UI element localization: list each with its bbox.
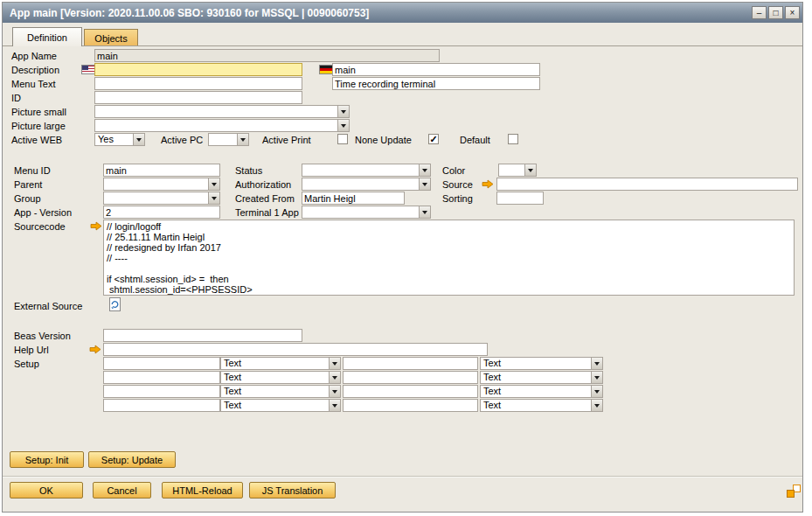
dropdown-arrow-icon[interactable] bbox=[591, 400, 602, 411]
setup-type2-dropdown[interactable]: Text bbox=[480, 399, 603, 412]
dropdown-arrow-icon[interactable] bbox=[329, 372, 340, 383]
link-arrow-icon[interactable] bbox=[89, 345, 101, 354]
setup-value2-input[interactable] bbox=[343, 357, 478, 370]
dropdown-arrow-icon[interactable] bbox=[208, 192, 219, 204]
setup-value1-input[interactable] bbox=[103, 357, 220, 370]
dropdown-arrow-icon[interactable] bbox=[591, 386, 602, 397]
setup-type-value: Text bbox=[224, 386, 241, 397]
dropdown-arrow-icon[interactable] bbox=[329, 358, 340, 369]
triangle-icon bbox=[212, 183, 217, 186]
menu-text-label: Menu Text bbox=[11, 79, 56, 90]
setup-type1-dropdown[interactable]: Text bbox=[220, 371, 341, 384]
close-button[interactable]: × bbox=[785, 6, 800, 19]
source-input[interactable] bbox=[496, 178, 798, 191]
html-reload-button[interactable]: HTML-Reload bbox=[162, 482, 243, 499]
menu-id-input[interactable] bbox=[103, 164, 220, 177]
dropdown-arrow-icon[interactable] bbox=[133, 134, 144, 145]
setup-value1-input[interactable] bbox=[103, 371, 220, 384]
german-flag-icon bbox=[319, 65, 333, 74]
dropdown-arrow-icon[interactable] bbox=[419, 164, 430, 176]
tab-definition[interactable]: Definition bbox=[12, 27, 82, 46]
setup-type1-dropdown[interactable]: Text bbox=[220, 399, 341, 412]
group-label: Group bbox=[14, 193, 41, 205]
dropdown-arrow-icon[interactable] bbox=[329, 386, 340, 397]
beas-version-input[interactable] bbox=[103, 329, 302, 342]
window-controls: – □ × bbox=[752, 6, 800, 19]
setup-value1-input[interactable] bbox=[103, 385, 220, 398]
setup-init-button[interactable]: Setup: Init bbox=[10, 451, 84, 468]
id-input[interactable] bbox=[94, 91, 302, 104]
color-dropdown[interactable] bbox=[498, 164, 537, 177]
description-en-input[interactable] bbox=[94, 63, 302, 76]
setup-type2-dropdown[interactable]: Text bbox=[480, 385, 603, 398]
js-translation-button[interactable]: JS Translation bbox=[249, 482, 336, 499]
ok-button[interactable]: OK bbox=[10, 482, 83, 499]
menu-text-de-input[interactable] bbox=[332, 77, 540, 90]
sourcecode-editor[interactable]: // login/logoff // 25.11.11 Martin Heigl… bbox=[103, 220, 795, 296]
resize-grip-icon[interactable] bbox=[787, 485, 801, 499]
link-arrow-icon[interactable] bbox=[90, 221, 102, 231]
none-update-label: None Update bbox=[355, 135, 412, 146]
setup-value2-input[interactable] bbox=[343, 399, 478, 412]
maximize-button[interactable]: □ bbox=[768, 6, 783, 19]
setup-value2-input[interactable] bbox=[343, 385, 478, 398]
help-url-input[interactable] bbox=[103, 343, 488, 356]
active-pc-label: Active PC bbox=[161, 135, 203, 146]
group-dropdown[interactable] bbox=[103, 192, 220, 205]
setup-type1-dropdown[interactable]: Text bbox=[220, 385, 341, 398]
active-print-checkbox[interactable] bbox=[337, 134, 348, 144]
dropdown-arrow-icon[interactable] bbox=[419, 178, 430, 190]
authorization-dropdown[interactable] bbox=[302, 178, 431, 191]
picture-large-dropdown[interactable] bbox=[94, 119, 350, 132]
setup-type-value: Text bbox=[224, 372, 241, 383]
setup-type2-dropdown[interactable]: Text bbox=[480, 357, 603, 370]
triangle-icon bbox=[212, 197, 217, 200]
tab-objects[interactable]: Objects bbox=[84, 29, 138, 46]
setup-value2-input[interactable] bbox=[343, 371, 478, 384]
dropdown-arrow-icon[interactable] bbox=[591, 372, 602, 383]
setup-type2-dropdown[interactable]: Text bbox=[480, 371, 603, 384]
dropdown-arrow-icon[interactable] bbox=[524, 164, 536, 176]
dropdown-arrow-icon[interactable] bbox=[591, 358, 602, 369]
id-label: ID bbox=[11, 93, 21, 104]
none-update-checkbox[interactable] bbox=[428, 134, 439, 144]
setup-type-value: Text bbox=[483, 358, 501, 369]
authorization-label: Authorization bbox=[235, 179, 291, 191]
description-de-input[interactable] bbox=[332, 63, 540, 76]
tab-strip-divider bbox=[3, 45, 802, 46]
title-bar[interactable]: App main [Version: 2020.11.00.06 SBO: 93… bbox=[3, 3, 802, 23]
external-source-label: External Source bbox=[14, 301, 82, 312]
triangle-icon bbox=[422, 169, 427, 172]
dropdown-arrow-icon[interactable] bbox=[237, 134, 248, 145]
app-version-input[interactable] bbox=[103, 206, 220, 219]
menu-text-input[interactable] bbox=[94, 77, 302, 90]
setup-value1-input[interactable] bbox=[103, 399, 220, 412]
status-dropdown[interactable] bbox=[302, 164, 431, 177]
minimize-button[interactable]: – bbox=[752, 6, 767, 19]
footer-divider bbox=[3, 476, 802, 478]
dropdown-arrow-icon[interactable] bbox=[337, 106, 349, 117]
active-web-dropdown[interactable]: Yes bbox=[94, 133, 145, 146]
menu-id-label: Menu ID bbox=[14, 165, 51, 177]
color-label: Color bbox=[442, 165, 465, 177]
created-from-input[interactable] bbox=[302, 192, 405, 205]
sorting-input[interactable] bbox=[496, 192, 544, 205]
link-arrow-icon[interactable] bbox=[482, 179, 494, 189]
setup-type1-dropdown[interactable]: Text bbox=[220, 357, 341, 370]
dropdown-arrow-icon[interactable] bbox=[337, 120, 349, 131]
dropdown-arrow-icon[interactable] bbox=[419, 206, 430, 218]
maximize-icon: □ bbox=[773, 9, 778, 17]
dropdown-arrow-icon[interactable] bbox=[329, 400, 340, 411]
picture-small-dropdown[interactable] bbox=[94, 105, 350, 118]
setup-update-button[interactable]: Setup: Update bbox=[88, 451, 176, 468]
setup-type-value: Text bbox=[224, 358, 241, 369]
external-source-button[interactable] bbox=[109, 297, 121, 311]
cancel-button[interactable]: Cancel bbox=[93, 482, 151, 499]
default-checkbox[interactable] bbox=[508, 134, 518, 144]
dropdown-arrow-icon[interactable] bbox=[208, 178, 219, 190]
parent-dropdown[interactable] bbox=[103, 178, 220, 191]
active-pc-dropdown[interactable] bbox=[208, 133, 249, 146]
terminal-1-app-dropdown[interactable] bbox=[302, 206, 431, 219]
active-web-value: Yes bbox=[98, 134, 114, 145]
triangle-icon bbox=[594, 390, 600, 394]
